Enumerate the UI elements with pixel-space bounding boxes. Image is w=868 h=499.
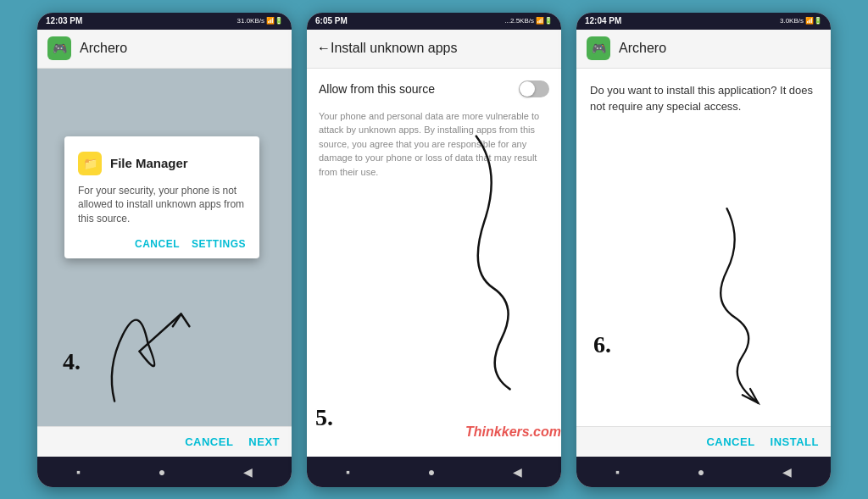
- status-bar-1: 12:03 PM 31.0KB/s 📶🔋: [37, 13, 292, 30]
- phone-2: 6:05 PM ...2.5KB/s 📶🔋 ← Install unknown …: [307, 13, 561, 487]
- phone-1: 12:03 PM 31.0KB/s 📶🔋 🎮 Archero 📁 File Ma…: [37, 13, 292, 487]
- watermark: Thinkkers.com: [465, 424, 561, 440]
- toggle-label: Allow from this source: [319, 82, 435, 96]
- footer-cancel-btn-3[interactable]: CANCEL: [706, 435, 754, 448]
- dialog-icon-emoji: 📁: [83, 157, 97, 170]
- dialog-header: 📁 File Manager: [78, 152, 246, 175]
- status-bar-3: 12:04 PM 3.0KB/s 📶🔋: [576, 13, 831, 30]
- phone-footer-3: CANCEL INSTALL: [576, 426, 831, 457]
- recents-btn-2[interactable]: ●: [428, 465, 435, 479]
- footer-cancel-btn-1[interactable]: CANCEL: [185, 435, 233, 448]
- home-btn-1[interactable]: ▪: [76, 465, 81, 479]
- phones-container: 12:03 PM 31.0KB/s 📶🔋 🎮 Archero 📁 File Ma…: [29, 4, 839, 496]
- app-bar-3: 🎮 Archero: [576, 30, 831, 69]
- recents-btn-3[interactable]: ●: [698, 465, 704, 479]
- dialog-icon: 📁: [78, 152, 102, 175]
- signal-icons-3: 📶🔋: [805, 17, 822, 25]
- scribble-3: [576, 69, 831, 426]
- install-desc: Do you want to install this application?…: [590, 82, 817, 115]
- toggle-switch[interactable]: [519, 80, 549, 97]
- home-btn-2[interactable]: ▪: [346, 465, 350, 479]
- dialog-cancel-btn[interactable]: CANCEL: [135, 238, 180, 250]
- time-1: 12:03 PM: [46, 16, 82, 25]
- back-btn-3[interactable]: ◀: [782, 465, 792, 479]
- app-icon-3: 🎮: [587, 36, 610, 60]
- signal-icons-1: 📶🔋: [266, 17, 283, 25]
- back-arrow-2[interactable]: ←: [317, 41, 331, 56]
- bottom-bar-1: ▪ ● ◀: [37, 457, 292, 487]
- app-bar-1: 🎮 Archero: [37, 30, 292, 69]
- annotation-5: 5.: [315, 404, 333, 431]
- status-icons-1: 31.0KB/s 📶🔋: [237, 17, 283, 25]
- time-3: 12:04 PM: [585, 16, 621, 25]
- recents-btn-1[interactable]: ●: [159, 465, 165, 479]
- info-2: ...2.5KB/s: [504, 17, 534, 25]
- bottom-bar-3: ▪ ● ◀: [576, 457, 831, 487]
- home-btn-3[interactable]: ▪: [615, 465, 620, 479]
- app-title-3: Archero: [619, 41, 666, 56]
- info-1: 31.0KB/s: [237, 17, 264, 25]
- dialog-buttons: CANCEL SETTINGS: [78, 238, 246, 250]
- dialog-settings-btn[interactable]: SETTINGS: [192, 238, 246, 250]
- phone3-content: Do you want to install this application?…: [576, 69, 831, 426]
- status-icons-3: 3.0KB/s 📶🔋: [780, 17, 822, 25]
- footer-next-btn-1[interactable]: NEXT: [248, 435, 280, 448]
- phone1-bg: 📁 File Manager For your security, your p…: [37, 69, 292, 426]
- signal-icons-2: 📶🔋: [536, 17, 553, 25]
- phone-footer-1: CANCEL NEXT: [37, 426, 292, 457]
- back-btn-1[interactable]: ◀: [243, 465, 253, 479]
- bottom-bar-2: ▪ ● ◀: [307, 457, 561, 487]
- annotation-6: 6.: [593, 331, 611, 358]
- app-icon-1: 🎮: [47, 36, 71, 60]
- time-2: 6:05 PM: [315, 16, 348, 25]
- footer-install-btn-3[interactable]: INSTALL: [771, 435, 819, 448]
- phone-content-1: 📁 File Manager For your security, your p…: [37, 69, 292, 426]
- dialog-body: For your security, your phone is not all…: [78, 184, 246, 226]
- toggle-row: Allow from this source: [319, 80, 549, 97]
- back-btn-2[interactable]: ◀: [513, 465, 522, 479]
- screen-title-2: Install unknown apps: [331, 41, 457, 56]
- status-icons-2: ...2.5KB/s 📶🔋: [504, 17, 553, 25]
- phone2-bar: ← Install unknown apps: [307, 30, 561, 69]
- dialog-box: 📁 File Manager For your security, your p…: [64, 136, 259, 258]
- status-bar-2: 6:05 PM ...2.5KB/s 📶🔋: [307, 13, 561, 30]
- phone2-content: Allow from this source Your phone and pe…: [307, 69, 561, 457]
- app-title-1: Archero: [80, 41, 127, 56]
- toggle-knob: [520, 81, 535, 97]
- phone-3: 12:04 PM 3.0KB/s 📶🔋 🎮 Archero Do you wan…: [576, 13, 831, 487]
- dialog-title: File Manager: [110, 156, 188, 170]
- info-3: 3.0KB/s: [780, 17, 804, 25]
- warning-text: Your phone and personal data are more vu…: [319, 109, 549, 180]
- annotation-4: 4.: [63, 348, 81, 375]
